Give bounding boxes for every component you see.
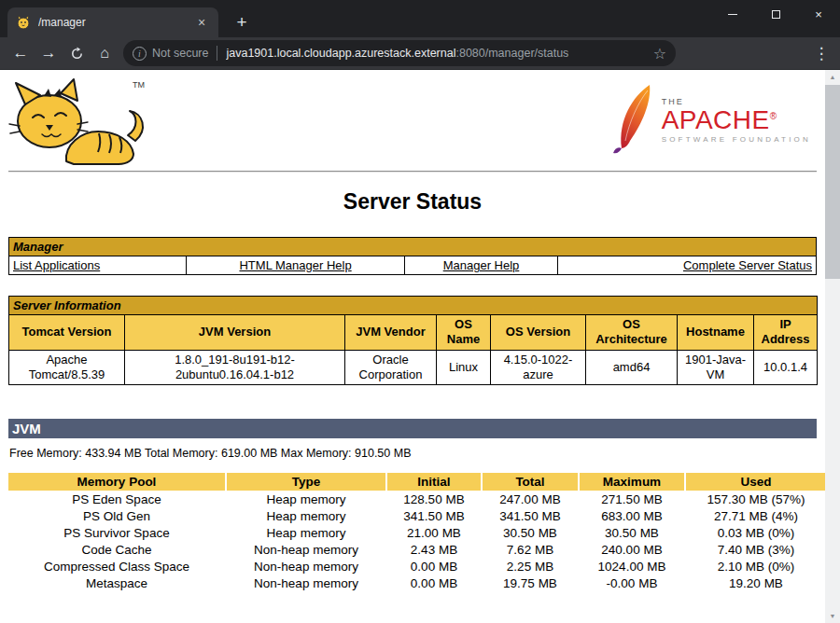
memory-cell: PS Eden Space bbox=[8, 491, 225, 507]
maximize-icon bbox=[772, 10, 780, 19]
manager-link-html-manager-help[interactable]: HTML Manager Help bbox=[239, 258, 351, 272]
server-info-header: JVM Version bbox=[125, 315, 345, 351]
jvm-memory-summary: Free Memory: 433.94 MB Total Memory: 619… bbox=[9, 447, 817, 460]
memory-cell: 247.00 MB bbox=[483, 491, 578, 507]
window-maximize-button[interactable] bbox=[754, 0, 797, 29]
memory-header: Type bbox=[227, 473, 385, 491]
manager-link-cell: HTML Manager Help bbox=[187, 256, 405, 275]
memory-row: Code CacheNon-heap memory2.43 MB7.62 MB2… bbox=[8, 542, 825, 558]
memory-header: Initial bbox=[387, 473, 481, 491]
tomcat-favicon bbox=[16, 15, 31, 30]
memory-cell: 7.40 MB (3%) bbox=[686, 542, 825, 558]
jvm-section-header: JVM bbox=[8, 419, 817, 438]
memory-table-body: PS Eden SpaceHeap memory128.50 MB247.00 … bbox=[8, 491, 825, 591]
server-info-table: Server Information Tomcat VersionJVM Ver… bbox=[8, 296, 818, 385]
home-button[interactable]: ⌂ bbox=[91, 40, 118, 66]
memory-cell: 157.30 MB (57%) bbox=[686, 491, 825, 507]
scrollbar-thumb[interactable] bbox=[825, 85, 840, 279]
memory-cell: 30.50 MB bbox=[580, 525, 684, 541]
server-info-header: IP Address bbox=[754, 315, 818, 351]
memory-row: PS Survivor SpaceHeap memory21.00 MB30.5… bbox=[8, 525, 825, 541]
memory-row: PS Eden SpaceHeap memory128.50 MB247.00 … bbox=[8, 491, 825, 507]
memory-cell: PS Survivor Space bbox=[8, 525, 225, 541]
reload-button[interactable] bbox=[63, 40, 90, 66]
scroll-up-icon[interactable]: ▲ bbox=[825, 70, 840, 84]
info-icon[interactable]: i bbox=[133, 47, 147, 61]
manager-link-manager-help[interactable]: Manager Help bbox=[443, 258, 520, 272]
memory-row: PS Old GenHeap memory341.50 MB341.50 MB6… bbox=[8, 508, 825, 524]
server-info-title: Server Information bbox=[9, 297, 818, 315]
new-tab-button[interactable]: + bbox=[230, 10, 254, 35]
memory-cell: 683.00 MB bbox=[580, 508, 684, 524]
memory-cell: -0.00 MB bbox=[580, 575, 684, 591]
apache-feather-icon bbox=[612, 83, 655, 158]
forward-button[interactable]: → bbox=[35, 40, 62, 66]
memory-cell: 240.00 MB bbox=[580, 542, 684, 558]
manager-link-cell: Manager Help bbox=[404, 256, 557, 275]
manager-links-row: List ApplicationsHTML Manager HelpManage… bbox=[9, 256, 817, 275]
server-info-value: amd64 bbox=[586, 350, 678, 385]
apache-logo-foundation: SOFTWARE FOUNDATION bbox=[662, 135, 811, 144]
memory-header: Maximum bbox=[580, 473, 684, 491]
apache-logo: THE APACHE® SOFTWARE FOUNDATION bbox=[612, 83, 811, 158]
server-info-header: OS Version bbox=[491, 315, 586, 351]
manager-table: Manager List ApplicationsHTML Manager He… bbox=[8, 237, 817, 275]
window-minimize-button[interactable] bbox=[711, 0, 754, 29]
server-info-header: Tomcat Version bbox=[9, 315, 125, 351]
scroll-down-icon[interactable]: ▼ bbox=[825, 609, 840, 623]
url-text[interactable]: java1901.local.cloudapp.azurestack.exter… bbox=[226, 47, 568, 60]
url-bar[interactable]: i Not secure java1901.local.cloudapp.azu… bbox=[123, 40, 676, 66]
browser-navbar: ← → ⌂ i Not secure java1901.local.clouda… bbox=[0, 37, 840, 70]
server-info-value: 1901-Java-VM bbox=[678, 350, 754, 385]
tab-close-icon[interactable]: × bbox=[193, 14, 210, 31]
apache-logo-text: THE APACHE® SOFTWARE FOUNDATION bbox=[662, 97, 811, 144]
memory-cell: Compressed Class Space bbox=[8, 559, 225, 575]
manager-link-complete-server-status[interactable]: Complete Server Status bbox=[683, 258, 812, 272]
reload-icon bbox=[70, 47, 84, 61]
page-title: Server Status bbox=[8, 189, 817, 215]
close-icon: × bbox=[815, 7, 822, 21]
memory-cell: 0.00 MB bbox=[387, 575, 481, 591]
memory-header: Total bbox=[483, 473, 578, 491]
memory-cell: Heap memory bbox=[227, 491, 385, 507]
page-content: TM bbox=[0, 70, 825, 623]
server-info-value: 1.8.0_191-8u191-b12-2ubuntu0.16.04.1-b12 bbox=[125, 350, 345, 385]
minimize-icon bbox=[728, 14, 737, 15]
manager-link-cell: List Applications bbox=[9, 256, 187, 275]
memory-table: Memory PoolTypeInitialTotalMaximumUsed P… bbox=[7, 472, 825, 592]
memory-cell: 2.43 MB bbox=[387, 542, 481, 558]
manager-link-list-applications[interactable]: List Applications bbox=[13, 258, 100, 272]
memory-cell: 1024.00 MB bbox=[580, 559, 684, 575]
server-info-value: Oracle Corporation bbox=[345, 350, 437, 385]
page-scrollbar[interactable]: ▲ ▼ bbox=[825, 70, 840, 623]
browser-menu-icon[interactable]: ⋮ bbox=[809, 44, 833, 63]
memory-cell: Code Cache bbox=[8, 542, 225, 558]
url-path: :8080/manager/status bbox=[455, 47, 568, 60]
memory-cell: Heap memory bbox=[227, 525, 385, 541]
memory-cell: 271.50 MB bbox=[580, 491, 684, 507]
server-info-header: OS Name bbox=[437, 315, 491, 351]
server-info-header-row: Tomcat VersionJVM VersionJVM VendorOS Na… bbox=[9, 315, 818, 351]
memory-cell: 21.00 MB bbox=[387, 525, 481, 541]
url-host: java1901.local.cloudapp.azurestack.exter… bbox=[226, 47, 455, 60]
manager-link-cell: Complete Server Status bbox=[558, 256, 817, 275]
security-label[interactable]: Not secure bbox=[152, 47, 208, 60]
memory-header: Memory Pool bbox=[8, 473, 225, 491]
memory-cell: 7.62 MB bbox=[483, 542, 578, 558]
server-info-header: OS Architecture bbox=[586, 315, 678, 351]
tomcat-logo: TM bbox=[8, 77, 148, 168]
memory-cell: Metaspace bbox=[8, 575, 225, 591]
memory-cell: Non-heap memory bbox=[227, 575, 385, 591]
memory-cell: 341.50 MB bbox=[387, 508, 481, 524]
server-info-header: Hostname bbox=[678, 315, 754, 351]
browser-titlebar: /manager × + × bbox=[0, 0, 840, 37]
memory-cell: 30.50 MB bbox=[483, 525, 578, 541]
forward-icon: → bbox=[41, 44, 57, 62]
bookmark-star-icon[interactable]: ☆ bbox=[653, 45, 666, 62]
apache-logo-name: APACHE® bbox=[662, 106, 811, 133]
browser-tab[interactable]: /manager × bbox=[7, 7, 218, 37]
back-button[interactable]: ← bbox=[7, 40, 34, 66]
manager-table-title: Manager bbox=[9, 238, 817, 256]
window-close-button[interactable]: × bbox=[797, 0, 840, 29]
memory-cell: 341.50 MB bbox=[483, 508, 578, 524]
